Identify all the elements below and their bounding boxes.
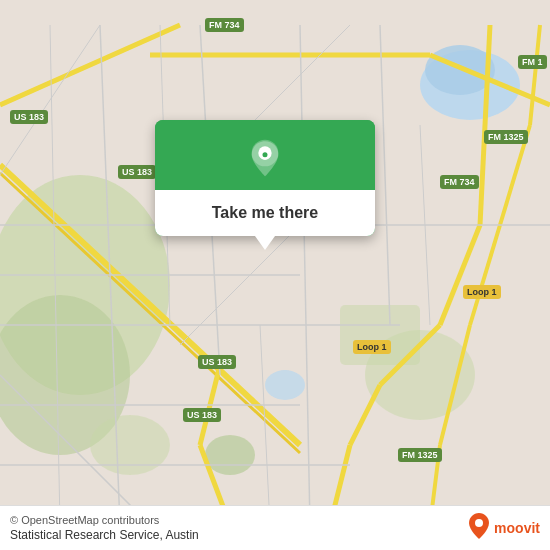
svg-point-9	[265, 370, 305, 400]
location-pin-icon	[245, 138, 285, 178]
road-badge-us183-left: US 183	[10, 110, 48, 124]
road-badge-fm1325-bottom: FM 1325	[398, 448, 442, 462]
road-badge-fm734-right: FM 734	[440, 175, 479, 189]
map-background	[0, 0, 550, 550]
location-info: Statistical Research Service, Austin	[10, 528, 199, 542]
moovit-logo: moovit	[468, 512, 540, 544]
road-badge-loop1-right: Loop 1	[463, 285, 501, 299]
road-badge-loop1-mid: Loop 1	[353, 340, 391, 354]
svg-point-6	[205, 435, 255, 475]
popup-card: Take me there	[155, 120, 375, 236]
attribution-text: © OpenStreetMap contributors	[10, 514, 199, 526]
popup-bottom: Take me there	[155, 190, 375, 236]
popup-top	[155, 120, 375, 190]
svg-point-47	[263, 152, 268, 157]
moovit-text: moovit	[494, 520, 540, 536]
road-badge-us183-bottom: US 183	[183, 408, 221, 422]
svg-point-5	[90, 415, 170, 475]
map-container[interactable]: FM 734 US 183 US 183 FM 734 FM 1 FM 1325…	[0, 0, 550, 550]
bottom-bar: © OpenStreetMap contributors Statistical…	[0, 505, 550, 550]
road-badge-us183-mid: US 183	[118, 165, 156, 179]
road-badge-fm1325-right: FM 1325	[484, 130, 528, 144]
svg-point-48	[475, 519, 483, 527]
road-badge-us183-lower: US 183	[198, 355, 236, 369]
road-badge-fm1-top: FM 1	[518, 55, 547, 69]
moovit-pin-icon	[468, 512, 490, 544]
take-me-there-button[interactable]: Take me there	[202, 202, 328, 224]
popup-tail	[255, 236, 275, 250]
road-badge-fm734-top: FM 734	[205, 18, 244, 32]
